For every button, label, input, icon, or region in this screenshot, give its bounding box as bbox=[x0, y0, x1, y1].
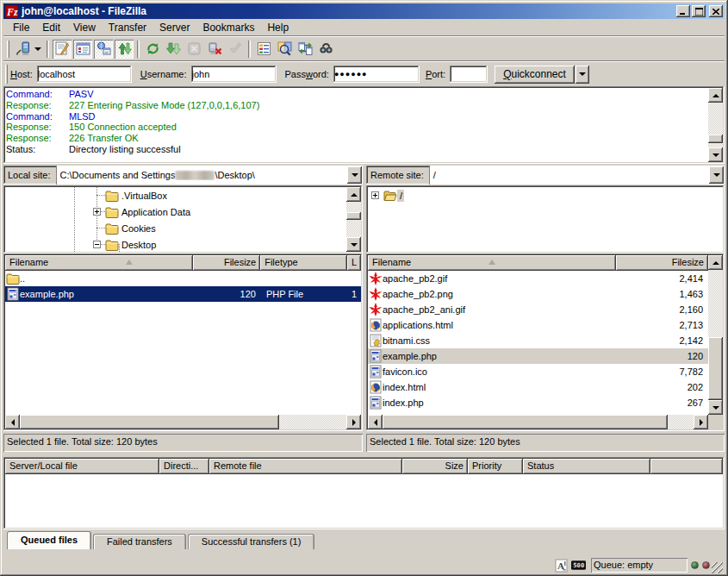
username-input[interactable] bbox=[191, 68, 277, 80]
file-row[interactable]: index.html 202 bbox=[368, 379, 708, 395]
menu-bookmarks[interactable]: Bookmarks bbox=[196, 19, 261, 36]
tree-item-virtualbox[interactable]: .VirtualBox bbox=[5, 187, 346, 203]
menu-edit[interactable]: Edit bbox=[36, 19, 67, 36]
toggle-queue-button[interactable] bbox=[115, 40, 134, 59]
file-row[interactable]: bitnami.css 2,142 bbox=[368, 333, 708, 348]
ascii-type-icon[interactable]: A bbox=[554, 558, 569, 573]
column-header-size[interactable]: Size bbox=[402, 459, 468, 474]
file-row[interactable]: apache_pb2_ani.gif 2,160 bbox=[368, 302, 708, 317]
local-tree-scrollbar[interactable] bbox=[346, 187, 361, 252]
tree-panes: Local site: C:\Documents and Settings\De… bbox=[3, 164, 725, 254]
tab-failed-transfers[interactable]: Failed transfers bbox=[93, 534, 186, 549]
maximize-button[interactable] bbox=[692, 5, 706, 17]
scroll-down-arrow[interactable] bbox=[708, 400, 723, 415]
scroll-up-arrow[interactable] bbox=[708, 255, 723, 270]
column-header-remote-file[interactable]: Remote file bbox=[209, 459, 402, 474]
refresh-button[interactable] bbox=[143, 40, 162, 59]
sync-browse-button[interactable] bbox=[296, 40, 314, 59]
file-row-parent-dir[interactable]: .. bbox=[5, 271, 361, 286]
toolbar-separator bbox=[47, 41, 49, 58]
log-label: Command: bbox=[6, 111, 69, 122]
host-input[interactable] bbox=[37, 68, 132, 80]
find-button[interactable] bbox=[316, 40, 335, 59]
disconnect-button[interactable] bbox=[205, 40, 224, 59]
tree-item-desktop[interactable]: Desktop bbox=[5, 236, 346, 252]
scroll-left-arrow[interactable] bbox=[5, 415, 20, 429]
local-site-combo[interactable]: C:\Documents and Settings\Desktop\ bbox=[57, 166, 363, 185]
column-header-priority[interactable]: Priority bbox=[468, 459, 523, 474]
cancel-button[interactable] bbox=[184, 40, 203, 59]
remote-vscroll-thumb[interactable] bbox=[708, 337, 723, 400]
local-site-combo-arrow[interactable] bbox=[347, 166, 362, 184]
remote-list-vscrollbar[interactable] bbox=[708, 255, 723, 415]
collapse-icon[interactable] bbox=[93, 241, 101, 248]
quickconnect-dropdown[interactable] bbox=[576, 66, 589, 84]
file-row[interactable]: favicon.ico 7,782 bbox=[368, 364, 708, 379]
column-header-filename[interactable]: Filename bbox=[5, 255, 193, 271]
toggle-remote-tree-button[interactable] bbox=[94, 40, 113, 59]
expand-icon[interactable] bbox=[371, 191, 379, 199]
tree-item-cookies[interactable]: Cookies bbox=[5, 220, 346, 236]
resize-grip[interactable] bbox=[712, 562, 723, 573]
scroll-up-arrow[interactable] bbox=[708, 88, 723, 103]
local-list-hscrollbar[interactable] bbox=[5, 415, 361, 429]
file-row[interactable]: apache_pb2.gif 2,414 bbox=[368, 271, 708, 286]
toggle-log-button[interactable] bbox=[53, 40, 72, 59]
menu-transfer[interactable]: Transfer bbox=[103, 19, 153, 36]
menu-file[interactable]: File bbox=[7, 19, 36, 36]
remote-site-combo[interactable]: / bbox=[430, 166, 725, 185]
column-header-lastmodified[interactable]: L bbox=[347, 255, 361, 271]
quickconnect-button[interactable]: Quickconnect bbox=[495, 66, 575, 84]
scroll-right-arrow[interactable] bbox=[346, 415, 361, 429]
reconnect-button[interactable] bbox=[226, 40, 245, 59]
tab-queued-files[interactable]: Queued files bbox=[7, 531, 91, 549]
file-row[interactable]: applications.html 2,713 bbox=[368, 317, 708, 333]
log-text: 226 Transfer OK bbox=[69, 133, 139, 144]
scroll-down-arrow[interactable] bbox=[708, 147, 723, 162]
file-row-example-php[interactable]: example.php 120 PHP File 1 bbox=[5, 286, 361, 302]
tree-item-root[interactable]: / bbox=[368, 187, 708, 203]
column-header-filesize[interactable]: Filesize bbox=[616, 255, 708, 271]
column-header-filename[interactable]: Filename bbox=[368, 255, 616, 271]
password-input[interactable] bbox=[333, 68, 420, 80]
local-hscroll-thumb[interactable] bbox=[20, 415, 279, 429]
port-input[interactable] bbox=[450, 68, 488, 80]
site-manager-button[interactable] bbox=[13, 40, 32, 59]
speed-limit-icon[interactable]: 500 bbox=[571, 558, 586, 573]
column-header-status[interactable]: Status bbox=[523, 459, 650, 474]
scroll-down-arrow[interactable] bbox=[346, 237, 361, 252]
file-row-selected[interactable]: example.php 120 bbox=[368, 348, 708, 364]
tab-successful-transfers[interactable]: Successful transfers (1) bbox=[188, 534, 315, 549]
remote-hscroll-thumb[interactable] bbox=[383, 415, 668, 429]
remote-list-hscrollbar[interactable] bbox=[368, 415, 708, 429]
title-bar[interactable]: Fz john@localhost - FileZilla bbox=[3, 3, 725, 19]
log-scroll-thumb[interactable] bbox=[708, 135, 723, 143]
local-tree-scroll-thumb[interactable] bbox=[346, 212, 361, 220]
menu-view[interactable]: View bbox=[67, 19, 103, 36]
column-header-direction[interactable]: Directi... bbox=[159, 459, 209, 474]
toggle-local-tree-button[interactable] bbox=[73, 40, 92, 59]
column-header-filesize[interactable]: Filesize bbox=[193, 255, 260, 271]
process-queue-button[interactable] bbox=[164, 40, 183, 59]
status-bar: A 500 Queue: empty bbox=[3, 556, 725, 573]
menu-help[interactable]: Help bbox=[261, 19, 296, 36]
site-manager-dropdown[interactable] bbox=[32, 40, 43, 59]
header-label: Filename bbox=[9, 257, 48, 267]
expand-icon[interactable] bbox=[93, 208, 101, 216]
file-row[interactable]: index.php 267 bbox=[368, 395, 708, 410]
tree-item-application-data[interactable]: Application Data bbox=[5, 203, 346, 220]
scroll-up-arrow[interactable] bbox=[346, 187, 361, 202]
column-header-server-local-file[interactable]: Server/Local file bbox=[5, 459, 159, 474]
scroll-left-arrow[interactable] bbox=[368, 415, 383, 429]
file-row[interactable]: apache_pb2.png 1,463 bbox=[368, 286, 708, 302]
filter-button[interactable] bbox=[254, 40, 273, 59]
scroll-right-arrow[interactable] bbox=[694, 415, 708, 429]
minimize-button[interactable] bbox=[676, 5, 690, 17]
remote-site-combo-arrow[interactable] bbox=[709, 166, 724, 184]
svg-text:500: 500 bbox=[573, 561, 584, 569]
log-scrollbar[interactable] bbox=[708, 88, 723, 162]
close-button[interactable] bbox=[709, 5, 723, 17]
column-header-filetype[interactable]: Filetype bbox=[260, 255, 347, 271]
menu-server[interactable]: Server bbox=[153, 19, 196, 36]
compare-button[interactable] bbox=[275, 40, 294, 59]
